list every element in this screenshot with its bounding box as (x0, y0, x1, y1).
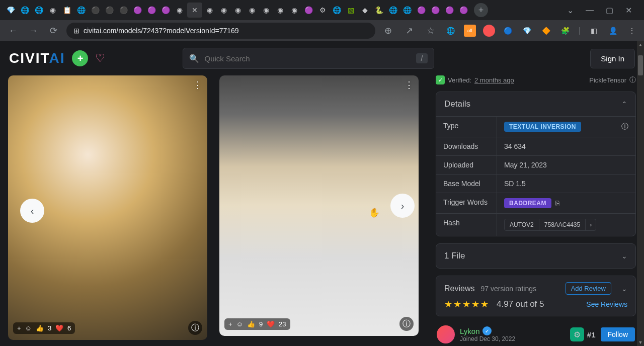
address-bar[interactable]: ⊞ civitai.com/models/72437?modelVersionI… (66, 23, 375, 39)
tab-icon[interactable]: 🐍 (372, 4, 385, 17)
tab-icon[interactable]: 🟣 (457, 4, 470, 17)
reaction-bar[interactable]: + ☺ 👍9 ❤️23 (224, 318, 290, 330)
reaction-bar[interactable]: + ☺ 👍3 ❤️6 (13, 322, 75, 334)
avatar[interactable] (437, 325, 455, 343)
follow-button[interactable]: Follow (601, 327, 635, 341)
add-reaction-icon[interactable]: + (228, 320, 232, 328)
add-reaction-icon[interactable]: + (17, 324, 21, 332)
image-menu-icon[interactable]: ⋮ (193, 79, 202, 91)
heart-icon[interactable]: ❤️ (55, 324, 63, 332)
tab-icon[interactable]: ◉ (217, 4, 230, 17)
new-tab-button[interactable]: + (474, 3, 488, 17)
tab-icon[interactable]: ⚫ (103, 4, 116, 17)
tab-icon[interactable]: 🟣 (131, 4, 144, 17)
extension-icon[interactable]: off (464, 25, 476, 37)
tab-icon[interactable]: ◉ (260, 4, 273, 17)
tab-dropdown-icon[interactable]: ⌄ (567, 6, 574, 15)
tab-icon[interactable]: 🟣 (302, 4, 315, 17)
tab-icon[interactable]: ◉ (203, 4, 216, 17)
tab-icon[interactable]: ◆ (358, 4, 371, 17)
tab-icon[interactable]: ⚙ (316, 4, 329, 17)
thumbs-up-icon[interactable]: 👍 (36, 324, 44, 332)
tab-icon[interactable]: ◉ (231, 4, 245, 17)
hash-box[interactable]: AUTOV2 758AAC4435 › (504, 219, 596, 231)
quick-search[interactable]: 🔍 / (183, 48, 434, 69)
site-info-icon[interactable]: ⊞ (73, 27, 79, 35)
profile-icon[interactable]: 👤 (607, 25, 619, 37)
favorites-button[interactable]: ♡ (95, 52, 105, 65)
tab-icon[interactable]: 🌐 (18, 4, 31, 17)
scroll-up-icon[interactable]: ▲ (637, 41, 644, 48)
thumbs-up-icon[interactable]: 👍 (247, 320, 255, 328)
tab-icon[interactable]: 🟣 (159, 4, 172, 17)
copy-icon[interactable]: ⎘ (555, 199, 559, 207)
tab-icon[interactable]: 🟣 (415, 4, 428, 17)
add-review-button[interactable]: Add Review (566, 282, 611, 295)
extension-icon[interactable]: 🔵 (502, 25, 514, 37)
extensions-menu-icon[interactable]: 🧩 (559, 25, 572, 37)
side-panel-icon[interactable]: ◧ (588, 25, 600, 37)
details-header[interactable]: Details ⌃ (436, 92, 635, 116)
close-window-icon[interactable]: ✕ (625, 6, 632, 15)
search-input[interactable] (204, 54, 411, 63)
gallery-next-button[interactable]: › (390, 194, 415, 218)
info-icon[interactable]: ⓘ (629, 75, 636, 84)
files-panel[interactable]: 1 File ⌄ (436, 243, 636, 269)
emoji-icon[interactable]: ☺ (25, 324, 32, 332)
tab-icon[interactable]: 🌐 (400, 4, 414, 17)
tab-icon[interactable]: 🌐 (32, 4, 45, 17)
site-logo[interactable]: CIVITAI (9, 50, 65, 66)
chrome-menu-icon[interactable]: ⋮ (626, 25, 638, 37)
tab-icon[interactable]: 🟣 (145, 4, 158, 17)
tab-icon[interactable]: 🌐 (74, 4, 88, 17)
create-button[interactable]: + (72, 50, 88, 66)
forward-button[interactable]: → (26, 24, 40, 38)
install-app-icon[interactable]: ⊕ (381, 24, 395, 38)
tab-icon[interactable]: ◉ (274, 4, 287, 17)
sign-in-button[interactable]: Sign In (590, 49, 635, 68)
tab-icon[interactable]: 🌐 (386, 4, 399, 17)
tab-icon[interactable]: ◉ (288, 4, 301, 17)
extension-icon[interactable]: 🌐 (445, 25, 457, 37)
extension-icon[interactable] (483, 25, 495, 37)
gallery-prev-button[interactable]: ‹ (20, 199, 44, 223)
maximize-icon[interactable]: ▢ (606, 6, 613, 15)
extension-icon[interactable]: 💎 (521, 25, 533, 37)
tab-icon[interactable]: ⚫ (117, 4, 130, 17)
scroll-down-icon[interactable]: ▼ (637, 339, 644, 346)
scroll-thumb[interactable] (638, 55, 643, 75)
tab-icon[interactable]: ◉ (173, 4, 186, 17)
details-title: Details (444, 99, 470, 109)
see-reviews-link[interactable]: See Reviews (586, 300, 627, 308)
verified-date[interactable]: 2 months ago (474, 76, 514, 84)
chevron-down-icon[interactable]: ⌄ (621, 285, 627, 293)
back-button[interactable]: ← (6, 24, 20, 38)
minimize-icon[interactable]: — (586, 6, 594, 15)
info-icon[interactable]: ⓘ (621, 122, 628, 131)
image-info-button[interactable]: ⓘ (399, 317, 414, 331)
tab-icon[interactable]: ▧ (344, 4, 357, 17)
tab-icon[interactable]: ◉ (246, 4, 259, 17)
tab-icon[interactable]: 📋 (60, 4, 73, 17)
detail-label: Hash (436, 214, 497, 236)
creator-name[interactable]: Lykon✓ (460, 326, 515, 335)
tab-icon[interactable]: 🟣 (429, 4, 442, 17)
share-icon[interactable]: ↗ (403, 24, 417, 38)
trigger-word-badge[interactable]: BADDREAM (504, 198, 551, 208)
tab-icon[interactable]: ⚫ (89, 4, 102, 17)
reload-button[interactable]: ⟳ (46, 24, 60, 38)
image-info-button[interactable]: ⓘ (188, 321, 202, 335)
chevron-right-icon[interactable]: › (586, 219, 596, 230)
emoji-icon[interactable]: ☺ (236, 320, 243, 328)
page-scrollbar[interactable]: ▲ ▼ (637, 41, 644, 346)
image-menu-icon[interactable]: ⋮ (405, 79, 414, 91)
tab-icon[interactable]: 🌐 (330, 4, 343, 17)
tab-icon[interactable]: ◉ (46, 4, 59, 17)
heart-icon[interactable]: ❤️ (267, 320, 275, 328)
gallery-image[interactable]: ⋮ + ☺ 👍9 ❤️23 ⓘ › (219, 75, 419, 336)
tab-icon[interactable]: 🟣 (443, 4, 456, 17)
bookmark-icon[interactable]: ☆ (424, 24, 438, 38)
tab-active[interactable]: ✕ (187, 3, 202, 18)
tab-icon[interactable]: 💎 (4, 4, 17, 17)
extension-icon[interactable]: 🔶 (540, 25, 552, 37)
